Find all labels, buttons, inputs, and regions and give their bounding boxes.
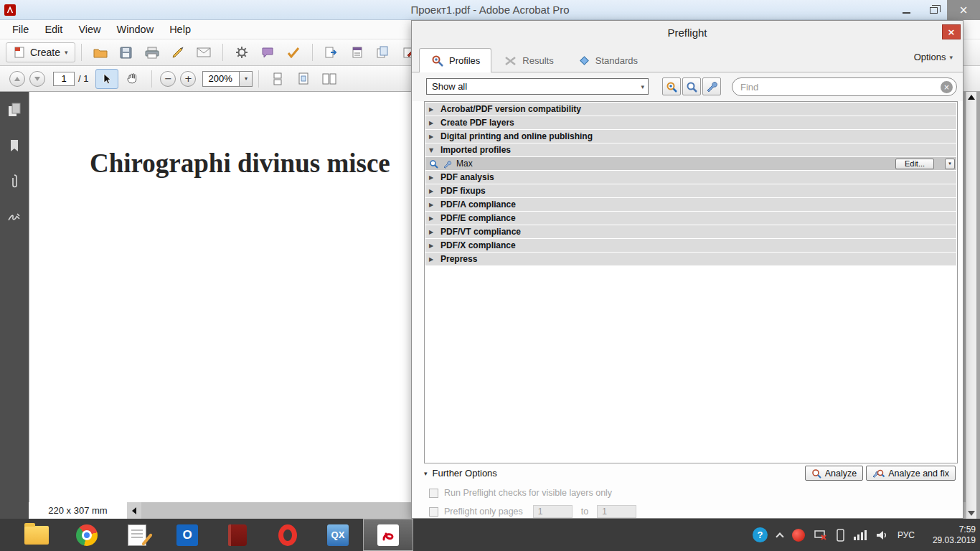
select-tool-button[interactable] bbox=[95, 69, 118, 89]
profile-group-row[interactable]: ▶ PDF analysis bbox=[425, 171, 956, 184]
expand-arrow-icon[interactable]: ▶ bbox=[429, 133, 436, 140]
run-checks-checkbox[interactable] bbox=[429, 489, 438, 498]
taskbar-opera[interactable] bbox=[263, 519, 313, 551]
profile-row-max[interactable]: Max Edit... ▾ bbox=[425, 157, 956, 170]
expand-arrow-icon[interactable]: ▶ bbox=[429, 229, 436, 235]
page-number-input[interactable] bbox=[53, 72, 75, 86]
save-button[interactable] bbox=[115, 42, 138, 62]
previous-page-button[interactable] bbox=[9, 71, 25, 87]
taskbar-acrobat-active[interactable] bbox=[363, 519, 413, 551]
sign-button[interactable] bbox=[166, 42, 189, 62]
language-indicator[interactable]: РУС bbox=[897, 530, 915, 540]
close-window-button[interactable]: × bbox=[947, 0, 980, 20]
attachments-button[interactable] bbox=[4, 172, 25, 191]
expand-arrow-icon[interactable]: ▶ bbox=[429, 188, 436, 194]
clear-search-button[interactable]: × bbox=[941, 81, 953, 93]
two-page-view-button[interactable] bbox=[318, 69, 341, 89]
menu-help[interactable]: Help bbox=[161, 21, 199, 38]
volume-icon[interactable] bbox=[876, 529, 888, 541]
scroll-up-icon[interactable] bbox=[968, 95, 975, 100]
horizontal-scroll-left-button[interactable] bbox=[127, 502, 141, 519]
expand-arrow-icon[interactable]: ▶ bbox=[429, 242, 436, 249]
bookmarks-button[interactable] bbox=[4, 136, 25, 155]
signatures-button[interactable] bbox=[4, 208, 25, 227]
collapse-arrow-icon[interactable]: ▼ bbox=[429, 147, 436, 154]
edit-profile-button[interactable]: Edit... bbox=[895, 159, 934, 169]
antivirus-tray-icon[interactable] bbox=[792, 529, 805, 542]
show-all-dropdown[interactable]: Show all ▾ bbox=[426, 78, 649, 95]
preflight-close-button[interactable]: × bbox=[942, 24, 961, 39]
approve-button[interactable] bbox=[282, 42, 305, 62]
create-form-button[interactable] bbox=[346, 42, 369, 62]
only-pages-checkbox[interactable] bbox=[429, 507, 438, 517]
open-file-button[interactable] bbox=[89, 42, 112, 62]
further-options-toggle[interactable]: ▾ Further Options bbox=[424, 468, 497, 479]
minimize-button[interactable] bbox=[892, 0, 920, 20]
fit-page-button[interactable] bbox=[292, 69, 315, 89]
taskbar-chrome[interactable] bbox=[62, 519, 112, 551]
profile-group-row[interactable]: ▶ Prepress bbox=[425, 253, 956, 265]
taskbar-quarkxpress[interactable]: QX bbox=[313, 519, 363, 551]
profile-group-row[interactable]: ▶ Digital printing and online publishing bbox=[425, 130, 956, 143]
expand-arrow-icon[interactable]: ▶ bbox=[429, 106, 436, 113]
expand-arrow-icon[interactable]: ▶ bbox=[429, 202, 436, 208]
expand-arrow-icon[interactable]: ▶ bbox=[429, 174, 436, 181]
tools-settings-button[interactable] bbox=[230, 42, 253, 62]
taskbar-explorer[interactable] bbox=[11, 519, 62, 551]
edit-dropdown-button[interactable]: ▾ bbox=[945, 159, 955, 169]
restore-button[interactable] bbox=[920, 0, 947, 20]
scrolling-mode-button[interactable] bbox=[266, 69, 289, 89]
taskbar-outlook[interactable]: O bbox=[162, 519, 212, 551]
create-button[interactable]: Create ▾ bbox=[6, 42, 75, 62]
select-fixups-view-button[interactable] bbox=[702, 77, 721, 95]
email-button[interactable] bbox=[192, 42, 215, 62]
options-menu-button[interactable]: Options ▾ bbox=[914, 52, 953, 62]
profile-group-row[interactable]: ▶ PDF/A compliance bbox=[425, 198, 956, 211]
network-signal-icon[interactable] bbox=[854, 529, 867, 540]
tab-standards[interactable]: Standards bbox=[567, 48, 649, 72]
vertical-scrollbar[interactable] bbox=[966, 92, 976, 519]
menu-view[interactable]: View bbox=[70, 21, 108, 38]
tab-profiles[interactable]: Profiles bbox=[419, 48, 491, 72]
profile-group-row[interactable]: ▶ PDF fixups bbox=[425, 184, 956, 197]
menu-window[interactable]: Window bbox=[109, 21, 162, 38]
page-thumbnails-button[interactable] bbox=[4, 100, 25, 119]
show-hidden-icons-button[interactable] bbox=[776, 532, 783, 540]
profile-group-row[interactable]: ▶ PDF/E compliance bbox=[425, 212, 956, 225]
zoom-level-value[interactable]: 200% bbox=[202, 71, 240, 87]
page-from-input[interactable] bbox=[533, 505, 573, 518]
print-button[interactable] bbox=[141, 42, 164, 62]
expand-arrow-icon[interactable]: ▶ bbox=[429, 256, 436, 263]
scroll-down-icon[interactable] bbox=[968, 511, 975, 516]
zoom-in-button[interactable]: + bbox=[180, 71, 196, 87]
clock[interactable]: 7:59 29.03.2019 bbox=[924, 524, 976, 546]
expand-arrow-icon[interactable]: ▶ bbox=[429, 120, 436, 126]
profile-group-row[interactable]: ▶ PDF/VT compliance bbox=[425, 225, 956, 238]
profile-group-row[interactable]: ▶ Create PDF layers bbox=[425, 116, 956, 129]
device-tray-icon[interactable] bbox=[837, 529, 844, 542]
page-to-input[interactable] bbox=[597, 505, 636, 518]
find-input[interactable] bbox=[740, 82, 941, 93]
analyze-button[interactable]: Analyze bbox=[805, 466, 863, 481]
combine-files-button[interactable] bbox=[372, 42, 395, 62]
zoom-dropdown-button[interactable]: ▾ bbox=[240, 71, 253, 87]
profile-group-row-expanded[interactable]: ▼ Imported profiles bbox=[425, 143, 956, 156]
comment-button[interactable] bbox=[256, 42, 279, 62]
taskbar-notepad[interactable] bbox=[112, 519, 162, 551]
menu-file[interactable]: File bbox=[4, 21, 37, 38]
hand-tool-button[interactable] bbox=[121, 69, 144, 89]
select-checks-view-button[interactable] bbox=[682, 77, 701, 95]
export-pdf-button[interactable] bbox=[320, 42, 343, 62]
taskbar-reader[interactable] bbox=[212, 519, 263, 551]
select-profiles-view-button[interactable] bbox=[662, 77, 681, 95]
tab-results[interactable]: Results bbox=[493, 48, 565, 72]
help-notification-icon[interactable]: ? bbox=[753, 527, 768, 542]
menu-edit[interactable]: Edit bbox=[37, 21, 70, 38]
profile-group-row[interactable]: ▶ Acrobat/PDF version compatibility bbox=[425, 103, 956, 116]
zoom-out-button[interactable]: − bbox=[160, 71, 176, 87]
profile-group-row[interactable]: ▶ PDF/X compliance bbox=[425, 239, 956, 252]
sync-error-tray-icon[interactable] bbox=[814, 529, 827, 541]
expand-arrow-icon[interactable]: ▶ bbox=[429, 215, 436, 222]
analyze-and-fix-button[interactable]: Analyze and fix bbox=[866, 466, 956, 481]
next-page-button[interactable] bbox=[29, 71, 45, 87]
